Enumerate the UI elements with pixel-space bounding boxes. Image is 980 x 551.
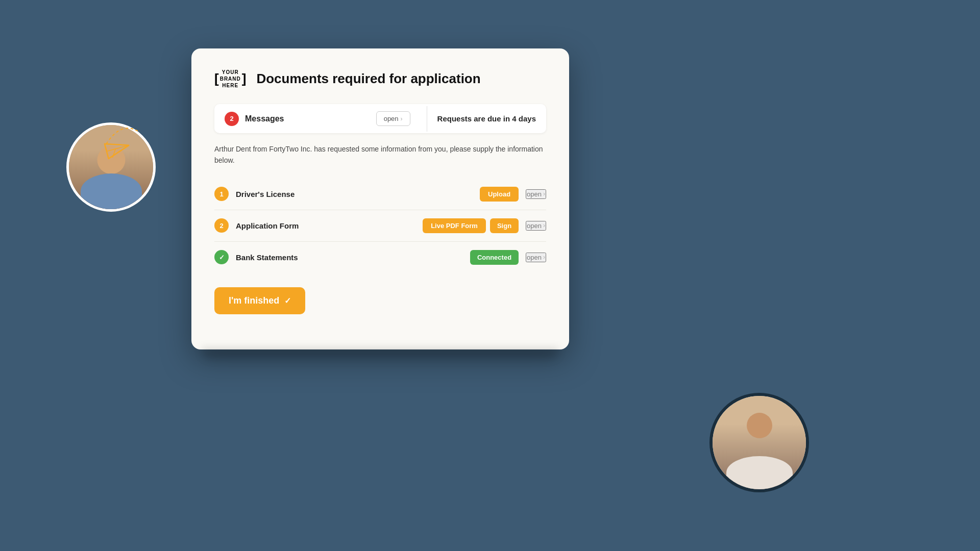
doc-badge-3: ✓ [214,250,229,264]
check-icon: ✓ [284,296,291,306]
doc2-chevron-icon: › [543,222,545,229]
doc1-open-button[interactable]: open › [526,189,546,199]
doc-badge-1: 1 [214,187,229,201]
table-row: ✓ Bank Statements Connected open › [214,242,546,273]
messages-chevron-icon: › [401,115,403,122]
messages-open-label: open [384,115,399,122]
due-notice: Requests are due in 4 days [427,107,546,130]
page-title: Documents required for application [256,71,480,87]
card-header: [ YOUR BRAND HERE ] Documents required f… [214,69,546,89]
svg-line-1 [107,145,129,152]
doc-actions-2: Live PDF Form Sign open › [423,218,546,233]
doc-actions-3: Connected open › [470,250,546,265]
table-row: 2 Application Form Live PDF Form Sign op… [214,210,546,242]
main-card: [ YOUR BRAND HERE ] Documents required f… [191,48,569,349]
brand-logo: [ YOUR BRAND HERE ] [214,69,246,89]
doc1-open-label: open [527,190,542,198]
doc-name-drivers-license: Driver's License [236,190,480,198]
doc3-open-button[interactable]: open › [526,253,546,262]
doc-name-bank-statements: Bank Statements [236,253,470,262]
brand-line3: HERE [220,82,241,89]
doc1-chevron-icon: › [543,190,545,197]
doc2-open-label: open [527,222,542,230]
sign-button[interactable]: Sign [490,218,519,233]
messages-open-button[interactable]: open › [376,111,410,126]
table-row: 1 Driver's License Upload open › [214,179,546,210]
connected-button[interactable]: Connected [470,250,519,265]
messages-bar: 2 Messages open › Requests are due in 4 … [214,104,546,133]
messages-left: 2 Messages open › [214,104,427,133]
doc3-open-label: open [527,254,542,261]
doc-actions-1: Upload open › [480,187,546,202]
brand-line1: YOUR [220,69,241,76]
document-list: 1 Driver's License Upload open › 2 Appli… [214,179,546,273]
doc3-chevron-icon: › [543,254,545,261]
messages-label: Messages [245,114,284,123]
doc-badge-2: 2 [214,218,229,233]
messages-badge: 2 [225,112,239,126]
finished-label: I'm finished [229,295,279,306]
request-text: Arthur Dent from FortyTwo Inc. has reque… [214,143,546,166]
brand-line2: BRAND [220,76,241,82]
doc2-open-button[interactable]: open › [526,221,546,231]
doc-name-application-form: Application Form [236,221,423,230]
paper-plane-decoration [100,126,140,164]
live-pdf-button[interactable]: Live PDF Form [423,218,486,233]
upload-button[interactable]: Upload [480,187,519,202]
avatar-right [709,393,809,492]
finished-button[interactable]: I'm finished ✓ [214,287,305,314]
